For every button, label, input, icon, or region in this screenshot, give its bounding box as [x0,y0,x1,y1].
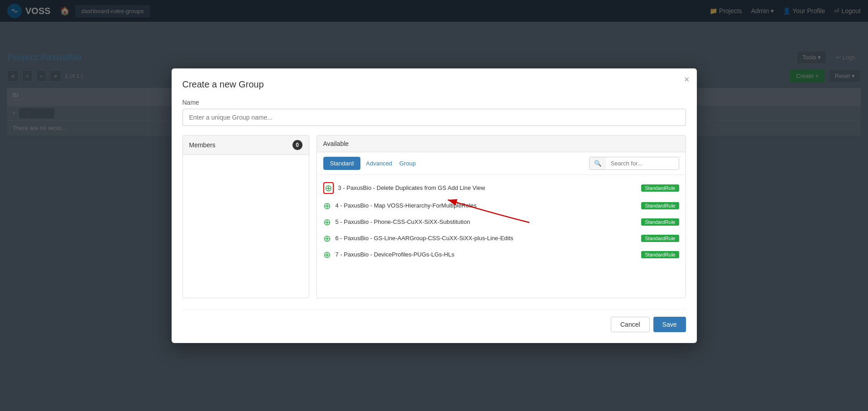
add-item-button[interactable]: ⊕ [323,234,331,243]
item-tag: StandardRule [641,218,679,226]
available-toolbar: Standard Advanced Group 🔍 [317,152,686,175]
add-item-button[interactable]: ⊕ [323,218,331,227]
members-panel: Members 0 [182,135,309,298]
item-label: 4 - PaxusBio - Map VOSS-Hierarchy-ForMul… [336,202,637,209]
add-item-button[interactable]: ⊕ [323,182,334,194]
available-item[interactable]: ⊕ 3 - PaxusBio - Delete Duplicates from … [317,179,686,198]
create-group-modal: × Create a new Group Name Members 0 Avai… [172,68,697,343]
available-item[interactable]: ⊕ 4 - PaxusBio - Map VOSS-Hierarchy-ForM… [317,198,686,214]
search-icon-button[interactable]: 🔍 [590,157,606,169]
members-count-badge: 0 [293,140,302,150]
panels-row: Members 0 Available Standard Advanced Gr… [182,135,686,298]
modal-close-button[interactable]: × [684,75,690,84]
item-tag: StandardRule [641,235,679,242]
available-item[interactable]: ⊕ 6 - PaxusBio - GS-Line-AARGroup-CSS-Cu… [317,230,686,247]
item-tag: StandardRule [641,251,679,258]
cancel-button[interactable]: Cancel [611,317,650,332]
available-item[interactable]: ⊕ 5 - PaxusBio - Phone-CSS-CuXX-SiXX-Sub… [317,214,686,230]
available-header: Available [317,135,686,152]
modal-overlay: × Create a new Group Name Members 0 Avai… [0,0,868,411]
available-list: ⊕ 3 - PaxusBio - Delete Duplicates from … [317,175,686,266]
members-header: Members 0 [183,135,309,155]
add-item-button[interactable]: ⊕ [323,201,331,210]
tab-advanced-button[interactable]: Advanced [364,157,394,169]
group-name-input[interactable] [182,109,686,126]
search-input[interactable] [606,157,679,169]
item-label: 6 - PaxusBio - GS-Line-AARGroup-CSS-CuXX… [336,235,637,242]
save-button[interactable]: Save [653,317,686,332]
name-label: Name [182,99,686,106]
item-tag: StandardRule [641,184,679,192]
modal-footer: Cancel Save [182,309,686,332]
search-box: 🔍 [589,157,679,170]
available-item[interactable]: ⊕ 7 - PaxusBio - DeviceProfiles-PUGs-LGs… [317,247,686,263]
tab-group-button[interactable]: Group [398,157,417,169]
members-body [183,155,309,291]
item-tag: StandardRule [641,202,679,209]
modal-title: Create a new Group [182,79,686,90]
item-label: 5 - PaxusBio - Phone-CSS-CuXX-SiXX-Subst… [336,218,637,225]
item-label: 7 - PaxusBio - DeviceProfiles-PUGs-LGs-H… [336,251,637,258]
add-item-button[interactable]: ⊕ [323,250,331,259]
tab-standard-button[interactable]: Standard [323,157,361,170]
available-panel: Available Standard Advanced Group 🔍 ⊕ 3 … [317,135,686,298]
members-label: Members [189,141,216,149]
item-label: 3 - PaxusBio - Delete Duplicates from GS… [338,184,637,191]
